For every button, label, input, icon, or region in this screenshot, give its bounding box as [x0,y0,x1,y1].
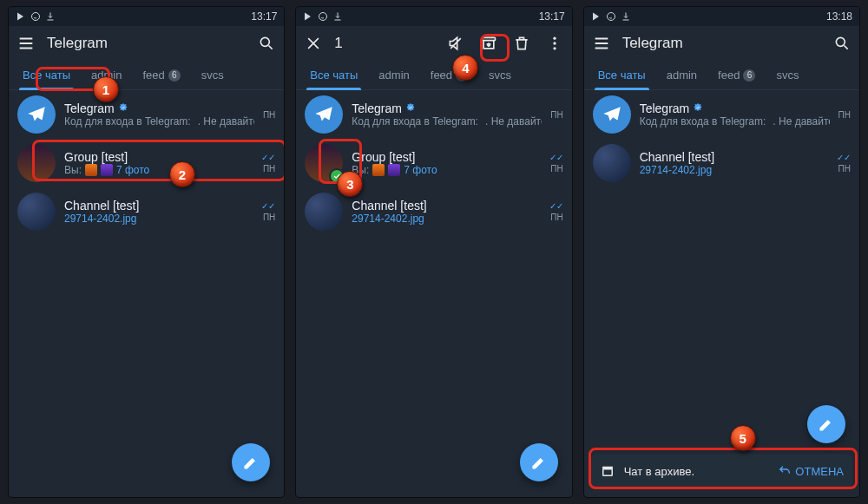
chat-title: Telegram [352,101,402,115]
chat-title: Channel [test] [352,199,426,213]
marker-5: 5 [730,425,756,451]
play-store-icon [303,11,313,22]
svg-point-2 [319,13,327,21]
tab-svcs[interactable]: svcs [766,61,809,90]
snackbar-text: Чат в архиве. [624,465,770,478]
chat-subtitle: Код для входа в Telegram:. Не давайте... [640,115,830,128]
archive-button[interactable] [478,33,499,54]
search-button[interactable] [832,33,852,54]
delete-button[interactable] [511,33,532,54]
svg-point-7 [607,13,615,21]
mute-button[interactable] [445,33,466,54]
clock: 13:17 [539,10,565,23]
overflow-button[interactable] [544,33,565,54]
chat-row-telegram[interactable]: Telegram Код для входа в Telegram:. Не д… [296,90,571,139]
verified-icon [118,102,128,115]
chat-title: Telegram [64,101,115,115]
chat-title: Telegram [640,101,690,115]
clock: 13:17 [251,10,277,23]
chat-subtitle: Код для входа в Telegram: . Не давайте..… [64,115,254,128]
tabs: Все чаты admin feed6 svcs [584,61,859,90]
appbar-selection: 1 [296,26,571,61]
whatsapp-icon [30,11,41,22]
tab-all-chats[interactable]: Все чаты [588,61,656,90]
tab-admin[interactable]: admin [81,61,132,90]
svg-point-8 [836,37,845,46]
appbar: Telegram [584,26,859,61]
menu-button[interactable] [591,33,612,54]
chat-meta: ПН [550,110,562,120]
play-store-icon [591,11,602,22]
app-title: Telegram [622,35,821,52]
status-icons-left [303,11,343,22]
tab-admin[interactable]: admin [656,61,707,90]
tab-feed[interactable]: feed6 [420,61,478,90]
chat-subtitle: 29714-2402.jpg [640,164,828,176]
chat-list: Telegram Код для входа в Telegram:. Не д… [584,90,859,187]
chat-meta: ПН [838,110,851,120]
tab-admin[interactable]: admin [368,61,419,90]
compose-fab[interactable] [807,405,845,443]
avatar [305,193,343,231]
statusbar: 13:17 [296,7,571,26]
chat-row-group[interactable]: Group [test] Вы: 7 фото ✓✓ПН [9,139,284,187]
whatsapp-icon [318,11,328,22]
chat-meta: ✓✓ПН [549,153,563,173]
avatar [17,95,56,134]
chat-row-telegram[interactable]: Telegram Код для входа в Telegram:. Не д… [584,90,859,139]
chat-title: Channel [test] [64,199,139,213]
status-icons-left [591,11,631,22]
svg-point-0 [32,13,40,21]
selection-count: 1 [334,35,434,52]
selected-check-icon [329,168,345,184]
play-store-icon [16,11,26,22]
avatar [593,95,631,134]
search-button[interactable] [256,33,277,54]
chat-row-channel[interactable]: Channel [test] 29714-2402.jpg ✓✓ПН [9,187,284,236]
chat-list: Telegram Код для входа в Telegram:. Не д… [296,90,571,236]
download-icon [621,11,631,22]
statusbar: 13:18 [584,7,859,26]
avatar [593,144,631,182]
chat-meta: ✓✓ПН [261,153,275,173]
compose-fab[interactable] [520,443,558,481]
snackbar-archived: Чат в архиве. ОТМЕНА [591,454,852,488]
screen-1: 13:17 Telegram Все чаты admin feed6 svcs… [9,7,284,497]
chat-meta: ✓✓ПН [261,201,275,222]
chat-row-channel[interactable]: Channel [test] 29714-2402.jpg ✓✓ПН [584,139,859,187]
tab-feed[interactable]: feed6 [132,61,190,90]
tab-svcs[interactable]: svcs [191,61,234,90]
tab-all-chats[interactable]: Все чаты [299,61,368,90]
verified-icon [405,102,416,115]
undo-button[interactable]: ОТМЕНА [778,464,844,478]
thumb-icon [388,164,400,176]
svg-rect-10 [602,469,612,476]
tab-all-chats[interactable]: Все чаты [12,61,81,90]
verified-icon [693,102,703,115]
thumb-icon [85,164,97,176]
chat-row-group-selected[interactable]: Group [test] Вы: 7 фото ✓✓ПН [296,139,571,187]
download-icon [332,11,343,22]
compose-fab[interactable] [232,443,270,481]
chat-row-channel[interactable]: Channel [test] 29714-2402.jpg ✓✓ПН [296,187,571,236]
tab-feed[interactable]: feed6 [707,61,766,90]
download-icon [45,11,56,22]
appbar: Telegram [9,26,284,61]
tab-svcs[interactable]: svcs [478,61,522,90]
chat-title: Group [test] [352,150,415,164]
status-icons-left [16,11,56,22]
menu-button[interactable] [16,33,36,54]
avatar [305,144,343,182]
whatsapp-icon [606,11,616,22]
chat-meta: ПН [263,110,275,120]
screen-2: 13:17 1 Все чаты admin feed6 svcs [296,7,571,497]
archive-box-icon [600,463,615,479]
avatar [305,95,343,134]
chat-row-telegram[interactable]: Telegram Код для входа в Telegram: . Не … [9,90,284,139]
clock: 13:18 [826,10,852,23]
thumb-icon [372,164,385,176]
chat-title: Channel [test] [640,150,714,164]
chat-meta: ✓✓ПН [549,201,563,222]
chat-list: Telegram Код для входа в Telegram: . Не … [9,90,284,236]
close-selection-button[interactable] [303,33,324,54]
